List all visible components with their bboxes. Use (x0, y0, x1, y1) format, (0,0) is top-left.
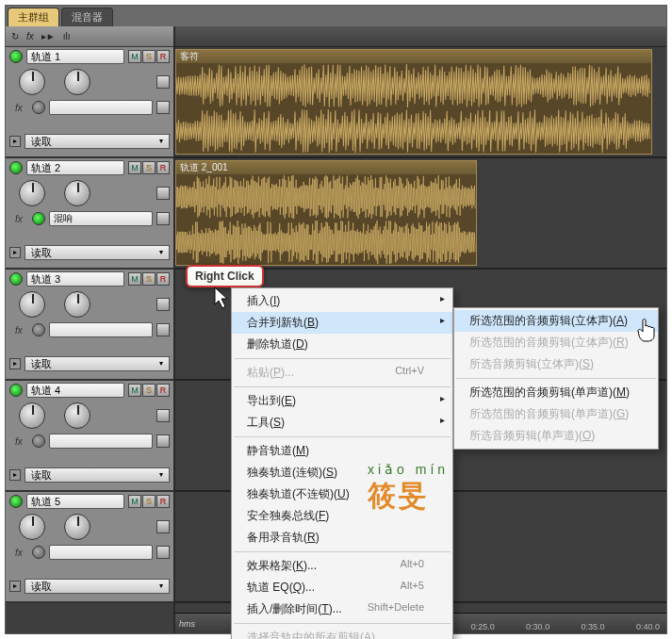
menu-item[interactable]: 静音轨道(M) (232, 440, 452, 462)
timeline-ruler-top[interactable] (175, 26, 666, 47)
pan-knob[interactable] (64, 180, 90, 206)
track-lane[interactable]: 轨道 2_001 (175, 158, 666, 270)
track-header[interactable]: 轨道 5 M S R fx ▸ 读取 (6, 492, 173, 603)
track-header[interactable]: 轨道 4 M S R fx ▸ 读取 (6, 381, 173, 492)
mute-button[interactable]: M (128, 495, 141, 508)
menu-item[interactable]: 插入(I) (232, 290, 452, 312)
output-route-button[interactable] (156, 409, 170, 422)
track-name-field[interactable]: 轨道 5 (26, 494, 124, 509)
expand-button[interactable]: ▸ (9, 136, 21, 147)
menu-item[interactable]: 删除轨道(D) (232, 334, 452, 355)
menu-item[interactable]: 独奏轨道(连锁)(S) (232, 462, 452, 483)
audio-clip[interactable]: 客符 (175, 49, 652, 155)
solo-button[interactable]: S (142, 50, 156, 63)
submenu-item[interactable]: 所选范围的音频剪辑(立体声)(A) (454, 310, 658, 332)
context-menu[interactable]: 插入(I)合并到新轨(B)删除轨道(D)粘贴(P)...Ctrl+V导出到(E)… (231, 287, 453, 639)
volume-knob[interactable] (19, 180, 45, 206)
mute-button[interactable]: M (128, 384, 141, 397)
track-power-button[interactable] (9, 272, 23, 286)
pan-knob[interactable] (64, 514, 90, 540)
track-name-field[interactable]: 轨道 1 (26, 49, 124, 64)
audio-clip[interactable]: 轨道 2_001 (175, 160, 477, 266)
record-button[interactable]: R (156, 161, 170, 174)
solo-button[interactable]: S (142, 495, 156, 508)
track-power-button[interactable] (9, 495, 23, 508)
record-button[interactable]: R (156, 384, 170, 397)
menu-item[interactable]: 安全独奏总线(F) (232, 505, 452, 527)
pan-knob[interactable] (64, 402, 90, 429)
fx-slot[interactable]: 混响 (49, 211, 153, 226)
fx-power-button[interactable] (32, 323, 45, 336)
output-route-button[interactable] (156, 298, 170, 311)
automation-mode-dropdown[interactable]: 读取 (25, 356, 170, 371)
track-header[interactable]: 轨道 3 M S R fx ▸ 读取 (6, 270, 173, 381)
pan-knob[interactable] (64, 69, 90, 95)
fx-power-button[interactable] (32, 101, 45, 114)
automation-mode-dropdown[interactable]: 读取 (25, 134, 170, 149)
fx-slot[interactable] (49, 322, 153, 337)
menu-item[interactable]: 合并到新轨(B) (232, 312, 452, 334)
fx-power-button[interactable] (32, 434, 45, 448)
menu-item[interactable]: 工具(S) (232, 412, 452, 434)
output-route-button[interactable] (156, 75, 170, 89)
tab-mixer[interactable]: 混音器 (61, 8, 113, 26)
submenu-item[interactable]: 所选范围的音频剪辑(单声道)(M) (454, 382, 658, 403)
mute-button[interactable]: M (128, 50, 141, 63)
volume-knob[interactable] (19, 291, 45, 318)
automation-mode-dropdown[interactable]: 读取 (25, 467, 170, 483)
expand-button[interactable]: ▸ (9, 581, 21, 592)
fx-route-button[interactable] (156, 323, 170, 336)
expand-button[interactable]: ▸ (9, 469, 21, 481)
fx-power-button[interactable] (32, 212, 45, 225)
time-format-label[interactable]: hms (179, 619, 207, 629)
track-name-field[interactable]: 轨道 2 (26, 160, 124, 175)
volume-knob[interactable] (19, 402, 45, 429)
fx-power-button[interactable] (32, 546, 45, 559)
track-name-field[interactable]: 轨道 3 (26, 271, 124, 287)
solo-button[interactable]: S (142, 161, 156, 174)
output-route-button[interactable] (156, 187, 170, 200)
fx-route-button[interactable] (156, 546, 170, 559)
menu-item[interactable]: 插入/删除时间(T)...Shift+Delete (232, 598, 452, 620)
output-route-button[interactable] (156, 520, 170, 533)
track-header[interactable]: 轨道 2 M S R fx 混响 ▸ 读取 (6, 158, 173, 270)
refresh-icon[interactable]: ↻ (11, 31, 19, 41)
record-button[interactable]: R (156, 495, 170, 508)
context-submenu[interactable]: 所选范围的音频剪辑(立体声)(A)所选范围的音频剪辑(立体声)(R)所选音频剪辑… (453, 307, 659, 450)
clip-header[interactable]: 客符 (176, 50, 651, 63)
track-power-button[interactable] (9, 161, 23, 174)
mute-button[interactable]: M (128, 161, 141, 174)
track-header[interactable]: 轨道 1 M S R fx ▸ 读取 (6, 47, 173, 158)
volume-knob[interactable] (19, 514, 45, 540)
fx-slot[interactable] (49, 545, 153, 560)
pan-knob[interactable] (64, 291, 90, 318)
track-name-field[interactable]: 轨道 4 (26, 383, 124, 398)
solo-button[interactable]: S (142, 272, 156, 286)
menu-item[interactable]: 备用录音轨(R) (232, 527, 452, 549)
automation-mode-dropdown[interactable]: 读取 (25, 245, 170, 260)
track-power-button[interactable] (9, 50, 23, 63)
fx-route-button[interactable] (156, 434, 170, 448)
menu-item[interactable]: 效果格架(K)...Alt+0 (232, 555, 452, 577)
mute-button[interactable]: M (128, 272, 141, 286)
track-lane[interactable]: 客符 (175, 47, 666, 158)
clip-header[interactable]: 轨道 2_001 (176, 161, 476, 174)
expand-button[interactable]: ▸ (9, 247, 21, 258)
fx-slot[interactable] (49, 100, 153, 115)
track-power-button[interactable] (9, 384, 23, 397)
solo-button[interactable]: S (142, 384, 156, 397)
fx-icon[interactable]: fx (26, 31, 34, 41)
fx-route-button[interactable] (156, 212, 170, 225)
fx-route-button[interactable] (156, 101, 170, 114)
tab-main-group[interactable]: 主群组 (8, 8, 59, 26)
menu-item[interactable]: 导出到(E) (232, 390, 452, 412)
automation-mode-dropdown[interactable]: 读取 (25, 579, 170, 594)
menu-item[interactable]: 轨道 EQ(Q)...Alt+5 (232, 577, 452, 598)
volume-knob[interactable] (19, 69, 45, 95)
record-button[interactable]: R (156, 50, 170, 63)
menu-item[interactable]: 独奏轨道(不连锁)(U) (232, 483, 452, 505)
levels-icon[interactable]: ılı (63, 31, 71, 41)
expand-button[interactable]: ▸ (9, 358, 21, 369)
fx-slot[interactable] (49, 434, 153, 449)
expand-icon[interactable]: ▸► (41, 31, 56, 41)
